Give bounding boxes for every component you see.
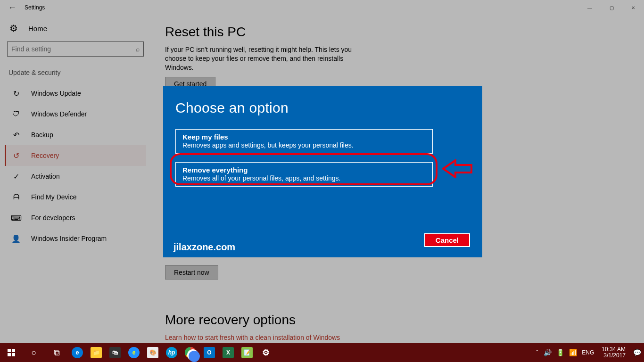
dialog-title: Choose an option <box>175 100 470 116</box>
svg-rect-1 <box>12 349 15 352</box>
start-button[interactable] <box>0 343 23 362</box>
tray-clock[interactable]: 10:34 AM 3/1/2017 <box>599 346 628 359</box>
tray-battery-icon[interactable]: 🔋 <box>556 349 564 356</box>
taskbar-app-store[interactable]: 🛍 <box>106 343 124 362</box>
attribution-watermark: jilaxzone.com <box>173 242 235 253</box>
taskbar-app-internet-explorer[interactable]: e <box>124 343 143 362</box>
taskbar-app-notepad[interactable]: 📝 <box>238 343 256 362</box>
taskbar: ○ ⧉ e 📁 🛍 e 🎨 hp O X 📝 ⚙ ˄ 🔊 🔋 📶 ENG 10:… <box>0 343 644 362</box>
tray-action-center-icon[interactable]: 💬 <box>633 349 641 356</box>
option-description: Removes apps and settings, but keeps you… <box>182 141 426 149</box>
option-title: Remove everything <box>182 166 426 174</box>
svg-rect-2 <box>8 353 11 356</box>
taskbar-app-edge[interactable]: e <box>68 343 87 362</box>
cancel-button[interactable]: Cancel <box>424 233 470 247</box>
choose-option-dialog: Choose an option Keep my files Removes a… <box>163 86 482 257</box>
taskbar-app-paint[interactable]: 🎨 <box>143 343 162 362</box>
taskbar-app-file-explorer[interactable]: 📁 <box>87 343 106 362</box>
option-keep-my-files[interactable]: Keep my files Removes apps and settings,… <box>175 129 433 154</box>
option-title: Keep my files <box>182 133 426 141</box>
tray-network-icon[interactable]: 📶 <box>569 349 577 356</box>
taskbar-app-excel[interactable]: X <box>219 343 238 362</box>
task-view-button[interactable]: ⧉ <box>45 343 68 362</box>
taskbar-app-chrome[interactable] <box>181 343 200 362</box>
tray-date: 3/1/2017 <box>602 353 626 359</box>
taskbar-app-outlook[interactable]: O <box>200 343 219 362</box>
svg-rect-0 <box>8 349 11 352</box>
cortana-search-button[interactable]: ○ <box>23 343 45 362</box>
tray-language-indicator[interactable]: ENG <box>582 349 594 356</box>
option-description: Removes all of your personal files, apps… <box>182 174 426 182</box>
tray-chevron-up-icon[interactable]: ˄ <box>536 349 539 356</box>
option-remove-everything[interactable]: Remove everything Removes all of your pe… <box>175 162 433 187</box>
svg-rect-3 <box>12 353 15 356</box>
tray-volume-icon[interactable]: 🔊 <box>544 349 552 356</box>
taskbar-app-hp[interactable]: hp <box>162 343 181 362</box>
annotation-arrow-icon <box>442 159 477 178</box>
taskbar-app-settings[interactable]: ⚙ <box>256 343 275 362</box>
